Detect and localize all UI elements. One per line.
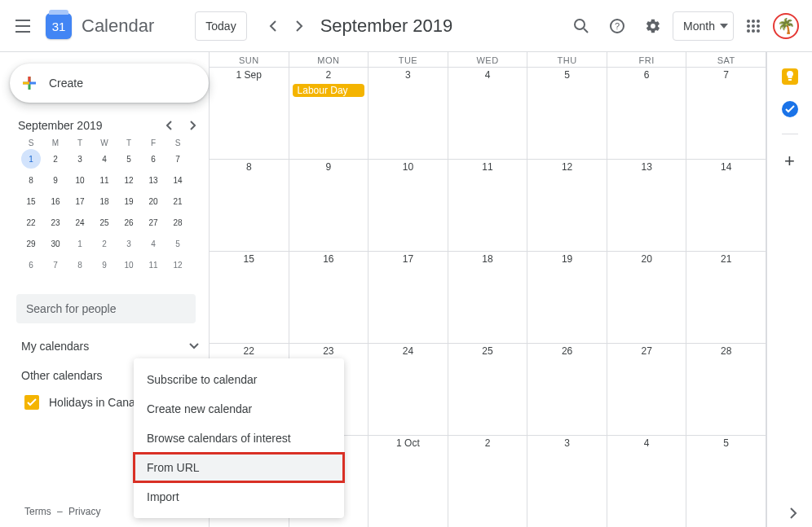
keep-icon[interactable] xyxy=(782,68,798,85)
day-cell[interactable]: 11 xyxy=(448,160,528,251)
mini-day-cell[interactable]: 11 xyxy=(143,255,163,274)
mini-day-cell[interactable]: 23 xyxy=(46,213,65,232)
mini-day-cell[interactable]: 8 xyxy=(21,170,41,190)
mini-day-cell[interactable]: 20 xyxy=(143,191,163,211)
mini-day-cell[interactable]: 18 xyxy=(95,191,114,211)
mini-day-cell[interactable]: 2 xyxy=(46,149,65,169)
day-cell[interactable]: 5 xyxy=(686,436,766,527)
account-avatar[interactable]: 🌴 xyxy=(773,13,799,39)
mini-day-cell[interactable]: 8 xyxy=(70,255,90,274)
mini-day-cell[interactable]: 19 xyxy=(119,191,139,211)
day-cell[interactable]: 25 xyxy=(448,344,528,435)
day-cell[interactable]: 24 xyxy=(368,344,448,435)
next-period-button[interactable] xyxy=(286,13,312,39)
mini-day-cell[interactable]: 7 xyxy=(168,149,188,169)
search-button[interactable] xyxy=(565,10,598,42)
prev-period-button[interactable] xyxy=(260,13,286,39)
help-button[interactable]: ? xyxy=(601,10,633,42)
mini-day-cell[interactable]: 11 xyxy=(95,170,114,190)
mini-day-cell[interactable]: 27 xyxy=(143,213,163,232)
day-cell[interactable]: 13 xyxy=(607,160,687,251)
mini-day-cell[interactable]: 15 xyxy=(21,191,41,211)
menu-item[interactable]: Subscribe to calendar xyxy=(134,365,344,394)
day-cell[interactable]: 3 xyxy=(527,436,607,527)
day-cell[interactable]: 14 xyxy=(686,160,766,251)
day-cell[interactable]: 2Labour Day xyxy=(289,68,369,159)
day-cell[interactable]: 17 xyxy=(368,252,448,343)
mini-day-cell[interactable]: 9 xyxy=(46,170,65,190)
mini-day-cell[interactable]: 16 xyxy=(46,191,65,211)
day-cell[interactable]: 26 xyxy=(527,344,607,435)
create-button[interactable]: Create xyxy=(10,64,209,103)
day-cell[interactable]: 1 Sep xyxy=(210,68,289,159)
day-cell[interactable]: 3 xyxy=(368,68,448,159)
mini-day-cell[interactable]: 5 xyxy=(168,234,188,253)
mini-day-cell[interactable]: 12 xyxy=(168,255,188,274)
add-addon-button[interactable]: + xyxy=(784,151,795,172)
day-cell[interactable]: 28 xyxy=(686,344,766,435)
day-cell[interactable]: 20 xyxy=(607,252,687,343)
mini-day-cell[interactable]: 14 xyxy=(168,170,188,190)
mini-day-cell[interactable]: 25 xyxy=(95,213,114,232)
mini-day-cell[interactable]: 22 xyxy=(21,213,41,232)
mini-day-cell[interactable]: 10 xyxy=(70,170,90,190)
mini-day-cell[interactable]: 24 xyxy=(70,213,90,232)
menu-item[interactable]: Import xyxy=(134,482,344,512)
mini-day-cell[interactable]: 4 xyxy=(95,149,114,169)
mini-day-cell[interactable]: 30 xyxy=(46,234,65,253)
main-menu-button[interactable] xyxy=(7,10,39,42)
day-cell[interactable]: 4 xyxy=(448,68,528,159)
menu-item[interactable]: Create new calendar xyxy=(134,394,344,424)
day-cell[interactable]: 8 xyxy=(210,160,289,251)
day-cell[interactable]: 15 xyxy=(210,252,289,343)
mini-day-cell[interactable]: 21 xyxy=(168,191,188,211)
mini-day-cell[interactable]: 3 xyxy=(119,234,139,253)
mini-day-cell[interactable]: 26 xyxy=(119,213,139,232)
mini-day-cell[interactable]: 3 xyxy=(70,149,90,169)
expand-side-panel-button[interactable] xyxy=(789,507,797,519)
day-cell[interactable]: 16 xyxy=(289,252,369,343)
day-cell[interactable]: 10 xyxy=(368,160,448,251)
menu-item[interactable]: Browse calendars of interest xyxy=(134,424,344,453)
mini-day-cell[interactable]: 6 xyxy=(21,255,41,274)
mini-day-cell[interactable]: 17 xyxy=(70,191,90,211)
day-cell[interactable]: 21 xyxy=(686,252,766,343)
today-button[interactable]: Today xyxy=(195,11,246,41)
mini-day-cell[interactable]: 6 xyxy=(143,149,163,169)
day-cell[interactable]: 7 xyxy=(686,68,766,159)
day-cell[interactable]: 2 xyxy=(448,436,528,527)
mini-day-cell[interactable]: 28 xyxy=(168,213,188,232)
mini-day-cell[interactable]: 5 xyxy=(119,149,139,169)
privacy-link[interactable]: Privacy xyxy=(68,506,100,517)
day-cell[interactable]: 4 xyxy=(607,436,687,527)
day-cell[interactable]: 9 xyxy=(289,160,369,251)
mini-day-cell[interactable]: 1 xyxy=(70,234,90,253)
tasks-icon[interactable] xyxy=(782,101,798,117)
google-apps-button[interactable] xyxy=(737,10,770,42)
terms-link[interactable]: Terms xyxy=(24,506,51,517)
mini-next-button[interactable] xyxy=(183,116,202,135)
mini-day-cell[interactable]: 9 xyxy=(95,255,114,274)
mini-day-cell[interactable]: 1 xyxy=(21,149,41,169)
checkbox-icon[interactable] xyxy=(24,395,39,410)
day-cell[interactable]: 12 xyxy=(527,160,607,251)
day-cell[interactable]: 18 xyxy=(448,252,528,343)
day-cell[interactable]: 5 xyxy=(527,68,607,159)
event-chip[interactable]: Labour Day xyxy=(293,84,365,97)
menu-item[interactable]: From URL xyxy=(134,453,344,482)
day-cell[interactable]: 19 xyxy=(527,252,607,343)
mini-prev-button[interactable] xyxy=(160,116,179,135)
settings-button[interactable] xyxy=(637,10,669,42)
my-calendars-section[interactable]: My calendars xyxy=(7,332,209,361)
mini-day-cell[interactable]: 10 xyxy=(119,255,139,274)
mini-day-cell[interactable]: 12 xyxy=(119,170,139,190)
mini-day-cell[interactable]: 7 xyxy=(46,255,65,274)
view-selector[interactable]: Month xyxy=(673,11,734,41)
day-cell[interactable]: 1 Oct xyxy=(368,436,448,527)
search-people-input[interactable]: Search for people xyxy=(16,294,196,323)
mini-day-cell[interactable]: 2 xyxy=(95,234,114,253)
day-cell[interactable]: 6 xyxy=(607,68,687,159)
mini-day-cell[interactable]: 4 xyxy=(143,234,163,253)
day-cell[interactable]: 27 xyxy=(607,344,687,435)
mini-day-cell[interactable]: 13 xyxy=(143,170,163,190)
